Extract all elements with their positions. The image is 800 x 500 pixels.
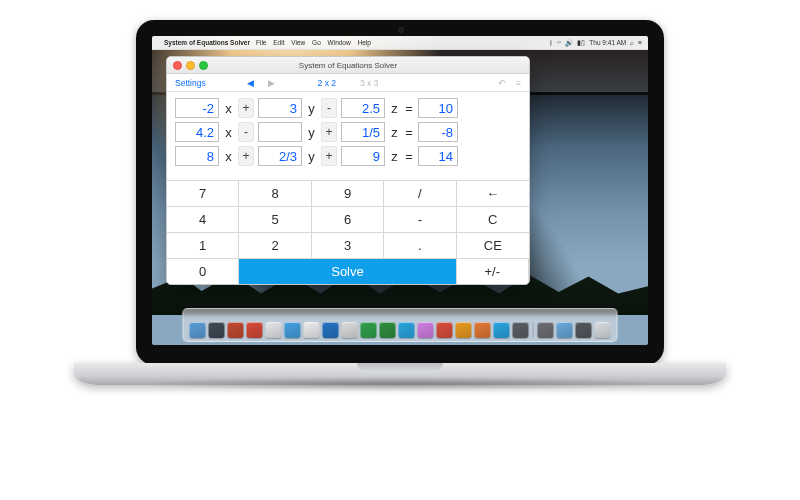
coef-x-input[interactable]: 8 <box>175 146 219 166</box>
mac-menubar[interactable]: System of Equations Solver File Edit Vie… <box>152 36 648 50</box>
status-bluetooth-icon[interactable]: ᛒ <box>549 39 553 46</box>
dock-app-icon[interactable] <box>494 322 510 338</box>
rhs-input[interactable]: 14 <box>418 146 458 166</box>
dock-app-icon[interactable] <box>399 322 415 338</box>
key-1[interactable]: 1 <box>167 233 239 259</box>
dock-app-icon[interactable] <box>209 322 225 338</box>
dock-app-icon[interactable] <box>475 322 491 338</box>
key-5[interactable]: 5 <box>239 207 311 233</box>
menu-go[interactable]: Go <box>312 39 321 46</box>
key-3[interactable]: 3 <box>312 233 384 259</box>
screen-bezel: System of Equations Solver File Edit Vie… <box>136 20 664 365</box>
key-7[interactable]: 7 <box>167 181 239 207</box>
key-backspace[interactable]: ← <box>457 181 529 207</box>
equation-row: 8 x + 2/3 y + 9 z = 14 <box>175 146 521 166</box>
dock-app-icon[interactable] <box>437 322 453 338</box>
var-x-label: x <box>223 149 234 164</box>
status-wifi-icon[interactable]: ⌔ <box>557 39 561 46</box>
coef-z-input[interactable]: 2.5 <box>341 98 385 118</box>
screen: System of Equations Solver File Edit Vie… <box>152 36 648 345</box>
macbook-mockup: System of Equations Solver File Edit Vie… <box>136 20 664 400</box>
menu-icon[interactable]: ≡ <box>516 78 521 88</box>
dock-app-icon[interactable] <box>190 322 206 338</box>
var-z-label: z <box>389 149 400 164</box>
var-y-label: y <box>306 101 317 116</box>
menubar-clock[interactable]: Thu 9:41 AM <box>589 39 626 46</box>
key-decimal[interactable]: . <box>384 233 456 259</box>
status-volume-icon[interactable]: 🔊 <box>565 39 573 47</box>
var-x-label: x <box>223 101 234 116</box>
dock-app-icon[interactable] <box>576 322 592 338</box>
dock-app-icon[interactable] <box>304 322 320 338</box>
coef-x-input[interactable]: 4.2 <box>175 122 219 142</box>
key-9[interactable]: 9 <box>312 181 384 207</box>
equation-row: 4.2 x - y + 1/5 z = -8 <box>175 122 521 142</box>
dock-app-icon[interactable] <box>266 322 282 338</box>
operator-toggle[interactable]: - <box>238 122 254 142</box>
key-4[interactable]: 4 <box>167 207 239 233</box>
menu-help[interactable]: Help <box>358 39 371 46</box>
menu-edit[interactable]: Edit <box>273 39 284 46</box>
dock-app-icon[interactable] <box>456 322 472 338</box>
notification-center-icon[interactable]: ≡ <box>638 39 642 46</box>
mac-dock[interactable] <box>183 308 618 342</box>
key-minus[interactable]: - <box>384 207 456 233</box>
mode-2x2-tab[interactable]: 2 x 2 <box>318 78 336 88</box>
coef-y-input[interactable]: 2/3 <box>258 146 302 166</box>
key-clear[interactable]: C <box>457 207 529 233</box>
key-0[interactable]: 0 <box>167 259 239 284</box>
var-z-label: z <box>389 125 400 140</box>
coef-z-input[interactable]: 1/5 <box>341 122 385 142</box>
equations-panel: -2 x + 3 y - 2.5 z = 10 <box>167 92 529 180</box>
coef-y-input[interactable]: 3 <box>258 98 302 118</box>
operator-toggle[interactable]: + <box>238 146 254 166</box>
rhs-input[interactable]: -8 <box>418 122 458 142</box>
spotlight-icon[interactable]: ⌕ <box>630 39 634 46</box>
operator-toggle[interactable]: + <box>321 146 337 166</box>
var-x-label: x <box>223 125 234 140</box>
menubar-app-name[interactable]: System of Equations Solver <box>164 39 250 46</box>
dock-app-icon[interactable] <box>595 322 611 338</box>
coef-z-input[interactable]: 9 <box>341 146 385 166</box>
app-window: System of Equations Solver Settings ◀ ▶ … <box>166 56 530 285</box>
coef-y-input[interactable] <box>258 122 302 142</box>
dock-app-icon[interactable] <box>361 322 377 338</box>
undo-icon[interactable]: ↶ <box>498 78 506 88</box>
laptop-base <box>74 363 726 385</box>
dock-app-icon[interactable] <box>418 322 434 338</box>
key-clear-entry[interactable]: CE <box>457 233 529 259</box>
operator-toggle[interactable]: + <box>321 122 337 142</box>
mode-3x3-tab[interactable]: 3 x 3 <box>360 78 378 88</box>
key-6[interactable]: 6 <box>312 207 384 233</box>
dock-app-icon[interactable] <box>323 322 339 338</box>
window-titlebar[interactable]: System of Equations Solver <box>167 57 529 74</box>
window-title: System of Equations Solver <box>167 61 529 70</box>
dock-app-icon[interactable] <box>380 322 396 338</box>
status-battery-icon[interactable]: ▮▯ <box>577 39 585 47</box>
rhs-input[interactable]: 10 <box>418 98 458 118</box>
dock-app-icon[interactable] <box>228 322 244 338</box>
menubar-menus[interactable]: File Edit View Go Window Help <box>256 39 376 46</box>
dock-app-icon[interactable] <box>285 322 301 338</box>
key-2[interactable]: 2 <box>239 233 311 259</box>
key-divide[interactable]: / <box>384 181 456 207</box>
equals-label: = <box>404 125 414 140</box>
dock-app-icon[interactable] <box>513 322 529 338</box>
dock-app-icon[interactable] <box>342 322 358 338</box>
solve-button[interactable]: Solve <box>239 259 456 284</box>
operator-toggle[interactable]: - <box>321 98 337 118</box>
dock-app-icon[interactable] <box>557 322 573 338</box>
dock-app-icon[interactable] <box>247 322 263 338</box>
equation-row: -2 x + 3 y - 2.5 z = 10 <box>175 98 521 118</box>
menu-window[interactable]: Window <box>328 39 351 46</box>
operator-toggle[interactable]: + <box>238 98 254 118</box>
menu-file[interactable]: File <box>256 39 266 46</box>
dock-app-icon[interactable] <box>538 322 554 338</box>
coef-x-input[interactable]: -2 <box>175 98 219 118</box>
key-plus-minus[interactable]: +/- <box>457 259 529 284</box>
equals-label: = <box>404 149 414 164</box>
dock-separator <box>533 322 534 338</box>
desktop-wallpaper: System of Equations Solver File Edit Vie… <box>152 36 648 345</box>
key-8[interactable]: 8 <box>239 181 311 207</box>
menu-view[interactable]: View <box>291 39 305 46</box>
